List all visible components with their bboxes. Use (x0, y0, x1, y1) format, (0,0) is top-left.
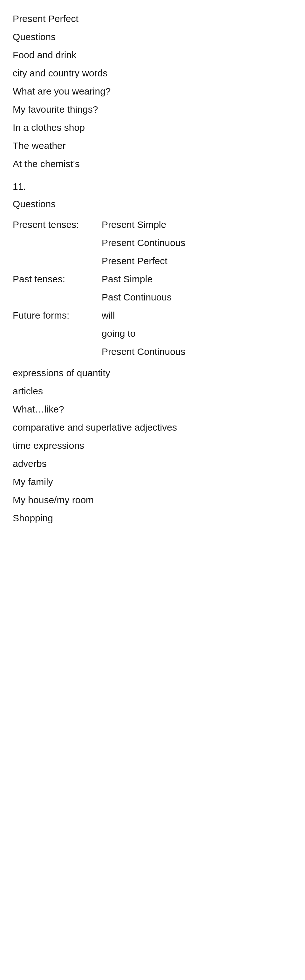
questions-heading: Questions (13, 197, 292, 211)
top-list: Present PerfectQuestionsFood and drinkci… (13, 10, 292, 173)
tense-row: Past tenses:Past Simple (13, 270, 292, 288)
tense-value: Present Simple (102, 215, 292, 234)
tense-row: Present Continuous (13, 234, 292, 252)
bottom-list-item: My family (13, 473, 292, 491)
tense-label (13, 288, 102, 306)
bottom-list-item: Shopping (13, 509, 292, 527)
tense-row: Present Continuous (13, 342, 292, 361)
bottom-list-item: My house/my room (13, 491, 292, 509)
section-number: 11. (13, 179, 292, 194)
tense-value: going to (102, 325, 292, 342)
tense-value: Present Continuous (102, 234, 292, 252)
bottom-list: expressions of quantityarticlesWhat…like… (13, 364, 292, 527)
tense-label (13, 252, 102, 270)
tense-row: Future forms:will (13, 306, 292, 325)
top-list-item: Present Perfect (13, 10, 292, 28)
tense-row: Present Perfect (13, 252, 292, 270)
tense-row: going to (13, 325, 292, 342)
tense-label (13, 325, 102, 342)
tense-label: Past tenses: (13, 270, 102, 288)
top-list-item: My favourite things? (13, 100, 292, 118)
bottom-list-item: What…like? (13, 400, 292, 418)
top-list-item: In a clothes shop (13, 118, 292, 137)
tense-value: Present Perfect (102, 252, 292, 270)
top-list-item: Questions (13, 28, 292, 46)
tense-row: Past Continuous (13, 288, 292, 306)
tense-label (13, 342, 102, 361)
questions-section: Questions Present tenses:Present SimpleP… (13, 197, 292, 361)
top-list-item: The weather (13, 137, 292, 155)
tense-value: Past Continuous (102, 288, 292, 306)
tense-label (13, 234, 102, 252)
tense-label: Present tenses: (13, 215, 102, 234)
bottom-list-item: adverbs (13, 455, 292, 473)
tense-table: Present tenses:Present SimplePresent Con… (13, 215, 292, 361)
tense-value: will (102, 306, 292, 325)
top-list-item: What are you wearing? (13, 82, 292, 100)
bottom-list-item: time expressions (13, 436, 292, 455)
bottom-list-item: articles (13, 382, 292, 400)
top-list-item: city and country words (13, 64, 292, 82)
top-list-item: At the chemist's (13, 155, 292, 173)
tense-value: Past Simple (102, 270, 292, 288)
bottom-list-item: expressions of quantity (13, 364, 292, 382)
bottom-list-item: comparative and superlative adjectives (13, 418, 292, 436)
top-list-item: Food and drink (13, 46, 292, 64)
tense-label: Future forms: (13, 306, 102, 325)
tense-value: Present Continuous (102, 342, 292, 361)
tense-row: Present tenses:Present Simple (13, 215, 292, 234)
